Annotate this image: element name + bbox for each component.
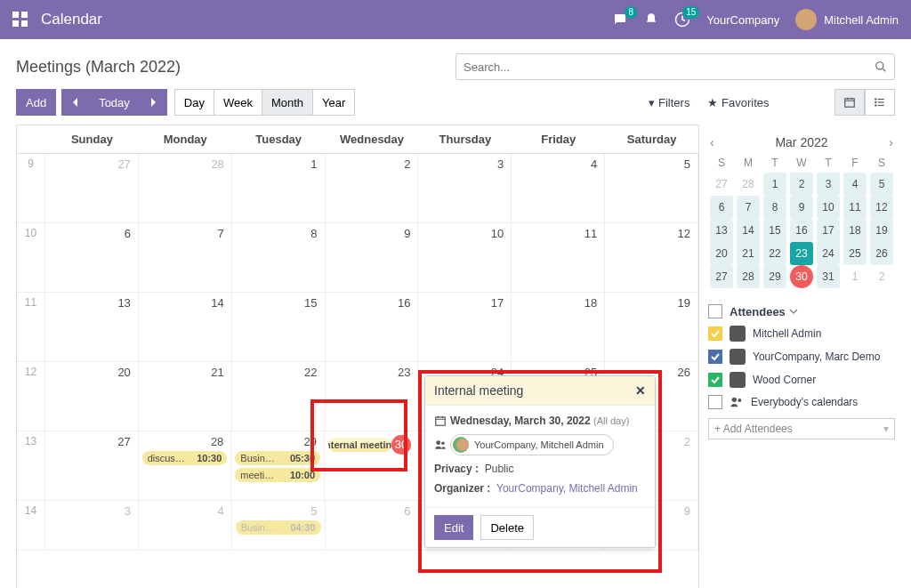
mini-day[interactable]: 5 <box>870 173 893 196</box>
mini-day[interactable]: 4 <box>843 173 867 196</box>
mini-day[interactable]: 28 <box>737 265 760 288</box>
mini-day[interactable]: 11 <box>843 196 867 219</box>
mini-day[interactable]: 26 <box>870 242 893 265</box>
edit-button[interactable]: Edit <box>434 515 473 540</box>
calendar-cell[interactable]: 6 <box>326 501 419 550</box>
calendar-cell[interactable]: 13 <box>45 293 139 361</box>
mini-day[interactable]: 15 <box>763 219 786 242</box>
attendee-checkbox[interactable] <box>708 373 722 387</box>
favorites-menu[interactable]: ★ Favorites <box>707 96 769 109</box>
mini-day[interactable]: 28 <box>737 173 760 196</box>
messaging-icon[interactable]: 8 <box>612 12 628 28</box>
calendar-cell[interactable]: 23 <box>326 362 419 431</box>
mini-day[interactable]: 20 <box>710 242 733 265</box>
mini-day[interactable]: 2 <box>790 173 813 196</box>
calendar-cell[interactable]: 5Busin…04:30 <box>232 501 326 550</box>
activity-icon[interactable]: 15 <box>674 12 690 28</box>
range-year[interactable]: Year <box>313 89 355 116</box>
calendar-cell[interactable]: 5 <box>605 154 698 222</box>
calendar-cell[interactable]: 27 <box>45 154 139 222</box>
company-menu[interactable]: YourCompany <box>706 13 779 27</box>
prev-button[interactable] <box>61 89 90 116</box>
mini-day[interactable]: 12 <box>870 196 893 219</box>
calendar-cell[interactable]: 9 <box>326 223 419 292</box>
mini-day[interactable]: 6 <box>710 196 733 219</box>
add-button[interactable]: Add <box>16 89 56 116</box>
mini-day[interactable]: 8 <box>763 196 786 219</box>
view-calendar-button[interactable] <box>834 89 865 116</box>
user-menu[interactable]: Mitchell Admin <box>795 9 899 30</box>
calendar-cell[interactable]: 14 <box>139 293 232 361</box>
attendee-checkbox[interactable] <box>708 350 722 364</box>
calendar-event[interactable]: Internal meeting <box>328 438 391 452</box>
range-month[interactable]: Month <box>262 89 313 116</box>
calendar-cell[interactable]: 30Internal meeting <box>325 431 419 500</box>
calendar-cell[interactable]: 15 <box>232 293 326 361</box>
mini-day[interactable]: 2 <box>870 265 893 288</box>
range-day[interactable]: Day <box>174 89 214 116</box>
calendar-event[interactable]: Busin…04:30 <box>236 520 321 535</box>
attendee-checkbox[interactable] <box>708 326 722 341</box>
calendar-cell[interactable]: 18 <box>512 293 605 361</box>
close-icon[interactable]: ✕ <box>635 383 646 398</box>
calendar-cell[interactable]: 10 <box>418 223 512 292</box>
calendar-cell[interactable]: 1 <box>232 154 326 222</box>
mini-next-button[interactable]: › <box>889 135 893 149</box>
calendar-event[interactable]: Busin…05:30 <box>235 451 320 465</box>
calendar-cell[interactable]: 16 <box>326 293 419 361</box>
mini-day[interactable]: 22 <box>763 242 786 265</box>
calendar-cell[interactable]: 12 <box>605 223 698 292</box>
attendees-checkbox[interactable] <box>708 304 722 318</box>
organizer-link[interactable]: YourCompany, Mitchell Admin <box>496 482 638 495</box>
calendar-cell[interactable]: 27 <box>45 431 139 500</box>
today-button[interactable]: Today <box>90 89 140 116</box>
mini-day[interactable]: 23 <box>790 242 813 265</box>
mini-day[interactable]: 19 <box>870 219 893 242</box>
calendar-event[interactable]: meeti…10:00 <box>235 468 320 482</box>
mini-day[interactable]: 10 <box>817 196 840 219</box>
next-button[interactable] <box>140 89 167 116</box>
calendar-cell[interactable]: 7 <box>139 223 232 292</box>
calendar-cell[interactable]: 17 <box>418 293 512 361</box>
search-icon[interactable] <box>875 60 887 73</box>
calendar-cell[interactable]: 28discus…10:30 <box>139 431 232 500</box>
mini-day[interactable]: 1 <box>763 173 786 196</box>
calendar-cell[interactable]: 19 <box>605 293 698 361</box>
view-list-button[interactable] <box>865 89 895 116</box>
mini-day[interactable]: 31 <box>817 265 840 288</box>
calendar-event[interactable]: discus…10:30 <box>142 451 228 465</box>
mini-day[interactable]: 27 <box>710 265 733 288</box>
mini-day[interactable]: 1 <box>843 265 867 288</box>
calendar-cell[interactable]: 3 <box>418 154 512 222</box>
calendar-cell[interactable]: 4 <box>512 154 605 222</box>
calendar-cell[interactable]: 29Busin…05:30meeti…10:00 <box>231 431 325 500</box>
search-input[interactable] <box>464 60 875 74</box>
chevron-down-icon[interactable] <box>789 307 798 316</box>
delete-button[interactable]: Delete <box>480 515 534 540</box>
calendar-cell[interactable]: 22 <box>232 362 326 431</box>
mini-day[interactable]: 9 <box>790 196 813 219</box>
calendar-cell[interactable]: 21 <box>139 362 232 431</box>
mini-day[interactable]: 27 <box>710 173 733 196</box>
bell-icon[interactable] <box>644 12 658 27</box>
calendar-cell[interactable]: 3 <box>45 501 139 550</box>
mini-day[interactable]: 24 <box>817 242 840 265</box>
search-box[interactable] <box>456 53 895 80</box>
apps-icon[interactable] <box>12 12 28 28</box>
mini-day[interactable]: 30 <box>790 265 813 288</box>
mini-day[interactable]: 17 <box>817 219 840 242</box>
add-attendees-input[interactable]: + Add Attendees ▾ <box>708 418 895 439</box>
mini-day[interactable]: 3 <box>817 173 840 196</box>
mini-day[interactable]: 29 <box>763 265 786 288</box>
brand-title[interactable]: Calendar <box>41 11 102 28</box>
calendar-cell[interactable]: 11 <box>512 223 605 292</box>
mini-prev-button[interactable]: ‹ <box>710 135 714 149</box>
calendar-cell[interactable]: 6 <box>45 223 139 292</box>
mini-day[interactable]: 25 <box>843 242 867 265</box>
mini-day[interactable]: 16 <box>790 219 813 242</box>
range-week[interactable]: Week <box>214 89 262 116</box>
attendee-pill[interactable]: YourCompany, Mitchell Admin <box>450 434 614 455</box>
mini-day[interactable]: 18 <box>843 219 867 242</box>
calendar-cell[interactable]: 20 <box>45 362 139 431</box>
mini-day[interactable]: 14 <box>737 219 760 242</box>
